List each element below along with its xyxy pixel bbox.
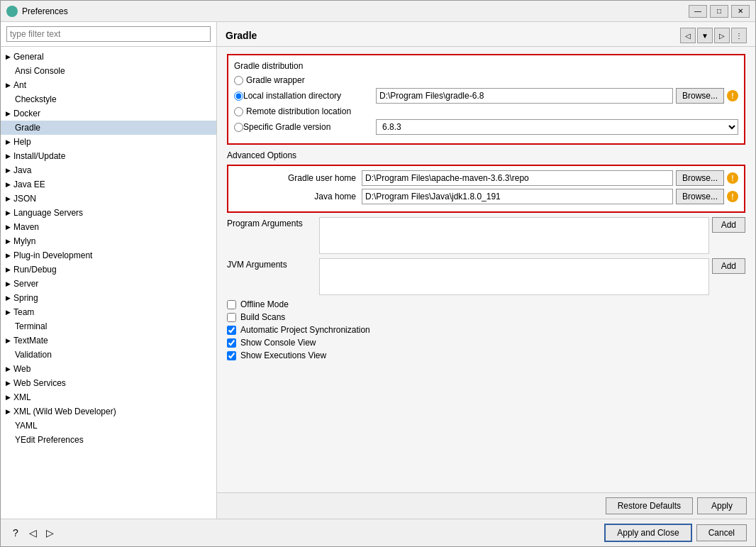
build-scans-checkbox[interactable] (227, 313, 236, 322)
show-executions-label[interactable]: Show Executions View (240, 350, 326, 360)
sidebar-item-java[interactable]: ▶ Java (1, 163, 216, 177)
app-icon (6, 6, 18, 17)
expand-arrow-icon: ▶ (4, 407, 12, 416)
radio-remote[interactable] (234, 107, 243, 116)
sidebar-item-spring[interactable]: ▶ Spring (1, 291, 216, 305)
sidebar-item-textmate[interactable]: ▶ TextMate (1, 333, 216, 348)
sidebar-item-language-servers[interactable]: ▶ Language Servers (1, 206, 216, 220)
close-button[interactable]: ✕ (731, 5, 750, 18)
forward-footer-icon[interactable]: ▷ (43, 526, 56, 539)
advanced-fields-box: Gradle user home Browse... ! Java home B… (227, 165, 745, 213)
java-home-label: Java home (234, 192, 362, 201)
browse-java-home-button[interactable]: Browse... (676, 189, 724, 204)
expand-arrow-icon: ▶ (4, 152, 12, 160)
maximize-button[interactable]: □ (710, 5, 728, 18)
sidebar-item-label: JSON (13, 194, 36, 204)
expand-arrow-icon: ▶ (4, 251, 12, 260)
sidebar-item-xml-wild[interactable]: ▶ XML (Wild Web Developer) (1, 404, 216, 419)
sidebar-item-label: YAML (15, 421, 38, 431)
local-path-input[interactable] (376, 88, 673, 104)
build-scans-label[interactable]: Build Scans (240, 312, 285, 322)
radio-specific[interactable] (234, 123, 243, 132)
sidebar-item-yaml[interactable]: YAML (1, 419, 216, 433)
offline-mode-label[interactable]: Offline Mode (240, 299, 289, 309)
search-input[interactable] (6, 26, 211, 42)
show-executions-checkbox[interactable] (227, 351, 236, 360)
sidebar-item-label: XML (Wild Web Developer) (13, 407, 116, 416)
sidebar-item-web[interactable]: ▶ Web (1, 362, 216, 376)
offline-mode-checkbox[interactable] (227, 300, 236, 309)
sidebar-item-mylyn[interactable]: ▶ Mylyn (1, 234, 216, 248)
sidebar-item-team[interactable]: ▶ Team (1, 305, 216, 319)
auto-sync-checkbox[interactable] (227, 326, 236, 335)
show-console-checkbox[interactable] (227, 338, 236, 348)
sidebar-item-terminal[interactable]: Terminal (1, 319, 216, 333)
jvm-args-textarea[interactable] (319, 258, 709, 295)
sidebar-item-install-update[interactable]: ▶ Install/Update (1, 149, 216, 163)
sidebar-item-yedit[interactable]: YEdit Preferences (1, 433, 216, 447)
show-executions-row: Show Executions View (227, 350, 745, 360)
sidebar-item-ansi-console[interactable]: Ansi Console (1, 64, 216, 78)
footer-bar: ? ◁ ▷ Apply and Close Cancel (1, 519, 755, 546)
sidebar-item-xml[interactable]: ▶ XML (1, 390, 216, 404)
radio-wrapper-label[interactable]: Gradle wrapper (246, 75, 305, 85)
sidebar-item-web-services[interactable]: ▶ Web Services (1, 376, 216, 390)
sidebar-item-run-debug[interactable]: ▶ Run/Debug (1, 263, 216, 277)
sidebar-item-docker[interactable]: ▶ Docker (1, 106, 216, 121)
restore-apply-bar: Restore Defaults Apply (217, 492, 755, 519)
browse-local-button[interactable]: Browse... (676, 88, 724, 104)
gradle-user-home-input[interactable] (362, 170, 673, 186)
minimize-button[interactable]: — (689, 5, 707, 18)
sidebar-item-general[interactable]: ▶ General (1, 50, 216, 64)
sidebar-item-label: Validation (15, 350, 52, 360)
preferences-window: Preferences — □ ✕ ▶ General Ansi Console (0, 0, 756, 547)
auto-sync-label[interactable]: Automatic Project Synchronization (240, 325, 370, 335)
sidebar-item-json[interactable]: ▶ JSON (1, 192, 216, 206)
help-icon[interactable]: ? (9, 526, 22, 539)
cancel-button[interactable]: Cancel (696, 524, 747, 541)
expand-arrow-icon: ▶ (4, 280, 12, 288)
sidebar-item-validation[interactable]: Validation (1, 348, 216, 362)
java-home-input[interactable] (362, 189, 673, 204)
dropdown-button[interactable]: ▼ (697, 28, 713, 43)
radio-local[interactable] (234, 92, 243, 101)
sidebar-item-help[interactable]: ▶ Help (1, 135, 216, 149)
sidebar-item-label: YEdit Preferences (15, 435, 84, 445)
sidebar-item-checkstyle[interactable]: Checkstyle (1, 92, 216, 106)
radio-local-label[interactable]: Local installation directory (243, 91, 341, 101)
back-button[interactable]: ◁ (680, 28, 696, 43)
restore-defaults-button[interactable]: Restore Defaults (606, 497, 693, 514)
jvm-args-label: JVM Arguments (227, 258, 319, 270)
menu-button[interactable]: ⋮ (731, 28, 747, 43)
apply-and-close-button[interactable]: Apply and Close (604, 524, 691, 542)
sidebar-item-server[interactable]: ▶ Server (1, 277, 216, 291)
sidebar-item-maven[interactable]: ▶ Maven (1, 220, 216, 234)
gradle-distribution-section: Gradle distribution Gradle wrapper Local… (227, 54, 745, 145)
offline-mode-row: Offline Mode (227, 299, 745, 309)
add-jvm-args-button[interactable]: Add (712, 258, 745, 274)
sidebar-item-gradle[interactable]: Gradle (1, 121, 216, 135)
show-console-label[interactable]: Show Console View (240, 338, 316, 348)
back-footer-icon[interactable]: ◁ (26, 526, 39, 539)
sidebar-item-java-ee[interactable]: ▶ Java EE (1, 177, 216, 192)
forward-button[interactable]: ▷ (714, 28, 730, 43)
gradle-home-warning-icon: ! (727, 172, 738, 184)
browse-gradle-home-button[interactable]: Browse... (676, 170, 724, 186)
radio-remote-label[interactable]: Remote distribution location (246, 106, 351, 116)
sidebar-item-label: Maven (13, 222, 39, 232)
local-warning-icon: ! (727, 90, 738, 101)
program-args-textarea[interactable] (319, 217, 709, 254)
version-select[interactable]: 6.8.3 (376, 119, 738, 135)
sidebar-item-label: Plug-in Development (13, 250, 92, 260)
sidebar-item-label: Gradle (15, 123, 40, 133)
title-bar: Preferences — □ ✕ (1, 1, 755, 22)
apply-button[interactable]: Apply (697, 497, 747, 514)
add-program-args-button[interactable]: Add (712, 217, 745, 233)
radio-specific-label[interactable]: Specific Gradle version (243, 122, 330, 132)
local-installation-row: Local installation directory Browse... ! (234, 88, 738, 104)
sidebar-item-label: XML (13, 392, 31, 402)
sidebar-item-ant[interactable]: ▶ Ant (1, 78, 216, 92)
sidebar-item-plugin-development[interactable]: ▶ Plug-in Development (1, 248, 216, 263)
sidebar-item-label: Run/Debug (13, 265, 57, 275)
radio-wrapper[interactable] (234, 76, 243, 85)
